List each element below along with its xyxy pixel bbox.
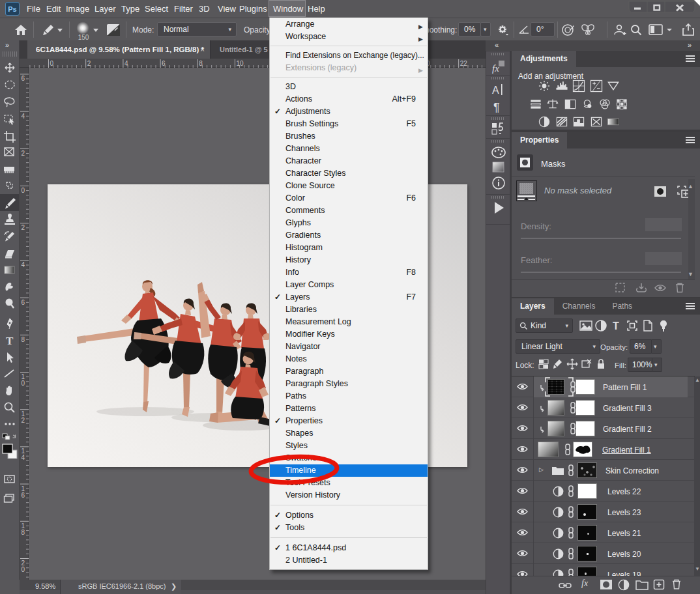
svg-text:4: 4 [22, 113, 25, 120]
svg-text:0: 0 [50, 60, 54, 67]
svg-text:8: 8 [199, 60, 203, 67]
svg-text:10: 10 [237, 60, 244, 67]
svg-text:6: 6 [22, 299, 25, 306]
svg-text:2: 2 [22, 224, 25, 231]
svg-text:0: 0 [22, 187, 25, 194]
svg-text:0: 0 [22, 380, 25, 387]
svg-text:6: 6 [22, 492, 25, 499]
svg-text:8: 8 [22, 529, 25, 536]
svg-text:4: 4 [22, 454, 25, 461]
svg-text:2: 2 [87, 60, 91, 67]
svg-text:0: 0 [22, 566, 25, 573]
svg-text:22: 22 [460, 60, 468, 67]
svg-text:6: 6 [22, 75, 25, 82]
svg-text:A: A [492, 85, 499, 96]
svg-text:8: 8 [22, 336, 25, 343]
svg-text:T: T [6, 335, 14, 347]
svg-text:¶: ¶ [493, 101, 500, 114]
svg-text:fx: fx [492, 63, 499, 74]
svg-text:2: 2 [22, 150, 25, 157]
svg-text:4: 4 [22, 261, 25, 268]
svg-text:6: 6 [162, 60, 166, 67]
svg-text:2: 2 [22, 417, 25, 424]
svg-text:4: 4 [124, 60, 128, 67]
